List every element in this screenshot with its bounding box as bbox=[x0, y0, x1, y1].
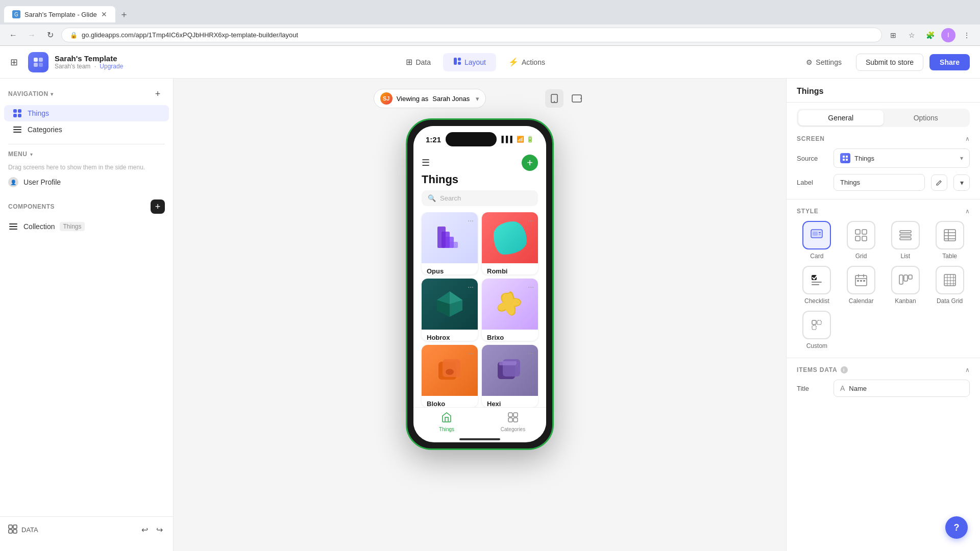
style-option-kanban[interactable]: Kanban bbox=[886, 266, 926, 305]
navigation-section-header: NAVIGATION ▾ + bbox=[0, 87, 173, 105]
apps-icon[interactable]: ⊞ bbox=[10, 57, 18, 68]
style-option-custom[interactable]: Custom bbox=[797, 311, 837, 349]
tab-options[interactable]: Options bbox=[884, 110, 969, 126]
device-toggle bbox=[545, 89, 586, 108]
card-info-hobrox: Hobrox Prisms bbox=[422, 330, 478, 341]
card-dots-opus[interactable]: ··· bbox=[468, 216, 474, 224]
card-info-hexi: Hexi bbox=[482, 396, 538, 407]
close-tab-btn[interactable]: ✕ bbox=[101, 10, 107, 18]
label-chevron-btn[interactable]: ▾ bbox=[953, 174, 970, 191]
svg-rect-30 bbox=[508, 418, 512, 422]
share-btn[interactable]: Share bbox=[929, 54, 970, 70]
items-data-section-header[interactable]: ITEMS DATA i ∧ bbox=[797, 366, 970, 373]
mobile-device-btn[interactable] bbox=[545, 89, 564, 108]
style-option-card[interactable]: Card bbox=[797, 221, 837, 260]
style-option-calendar[interactable]: Calendar bbox=[841, 266, 881, 305]
phone-search-bar[interactable]: 🔍 Search bbox=[422, 190, 538, 206]
add-component-btn[interactable]: + bbox=[151, 199, 165, 214]
help-btn[interactable]: ? bbox=[945, 516, 968, 539]
screen-section-header[interactable]: SCREEN ∧ bbox=[797, 135, 970, 142]
style-section-header[interactable]: STYLE ∧ bbox=[797, 208, 970, 215]
style-grid-row3: Custom bbox=[797, 311, 970, 349]
nav-item-categories[interactable]: Categories bbox=[4, 121, 169, 138]
phone-card-hobrox[interactable]: ··· Hobrox Prisms bbox=[422, 279, 478, 341]
title-field-value: Name bbox=[849, 385, 867, 392]
label-input[interactable]: Things bbox=[834, 174, 925, 191]
svg-point-24 bbox=[446, 369, 454, 375]
phone-nav-categories[interactable]: Categories bbox=[480, 408, 546, 436]
bookmark-icon[interactable]: ☆ bbox=[904, 28, 919, 42]
forward-btn[interactable]: → bbox=[24, 28, 39, 42]
app-name: Sarah's Template bbox=[55, 54, 123, 63]
style-grid-row1: Card Grid List bbox=[797, 221, 970, 260]
add-navigation-btn[interactable]: + bbox=[151, 87, 165, 101]
settings-btn[interactable]: ⚙ Settings bbox=[798, 54, 850, 70]
nav-layout-label: Layout bbox=[464, 58, 486, 66]
redo-btn[interactable]: ↪ bbox=[154, 523, 165, 537]
menu-icon[interactable]: ⋮ bbox=[960, 28, 974, 42]
viewer-select[interactable]: SJ Viewing as Sarah Jonas ▾ bbox=[374, 89, 486, 108]
tablet-device-btn[interactable] bbox=[568, 89, 586, 108]
app-wrapper: ⊞ Sarah's Template Sarah's team · Upgrad… bbox=[0, 46, 980, 551]
phone-home-indicator bbox=[459, 438, 500, 440]
screen-section-chevron: ∧ bbox=[965, 135, 970, 142]
nav-item-things[interactable]: Things bbox=[4, 105, 169, 121]
card-dots-brixo[interactable]: ··· bbox=[528, 283, 534, 291]
components-header: COMPONENTS + bbox=[4, 199, 169, 218]
phone-nav-things[interactable]: Things bbox=[413, 408, 480, 436]
nav-actions[interactable]: ⚡ Actions bbox=[498, 53, 555, 71]
card-dots-hobrox[interactable]: ··· bbox=[468, 283, 474, 291]
style-option-checklist[interactable]: Checklist bbox=[797, 266, 837, 305]
browser-toolbar: ← → ↻ 🔒 go.glideapps.com/app/1Tmp4IC6xPQ… bbox=[0, 24, 980, 46]
undo-btn[interactable]: ↩ bbox=[139, 523, 150, 537]
toolbar-icons: ⊞ ☆ 🧩 I ⋮ bbox=[886, 28, 974, 42]
svg-rect-4 bbox=[454, 58, 457, 65]
browser-tab-active[interactable]: G Sarah's Template - Glide ✕ bbox=[4, 6, 115, 22]
style-option-table[interactable]: Table bbox=[929, 221, 970, 260]
label-action-btn[interactable] bbox=[931, 174, 947, 191]
label-field-row: Label Things ▾ bbox=[797, 174, 970, 191]
phone-card-hexi[interactable]: ··· Hexi bbox=[482, 345, 538, 407]
phone-card-bloko[interactable]: ··· Bloko bbox=[422, 345, 478, 407]
nav-data[interactable]: ⊞ Data bbox=[396, 53, 441, 71]
card-dots-bloko[interactable]: ··· bbox=[468, 349, 474, 357]
svg-rect-74 bbox=[817, 320, 821, 324]
extension-icon[interactable]: 🧩 bbox=[923, 28, 937, 42]
style-option-grid[interactable]: Grid bbox=[841, 221, 881, 260]
card-name-hexi: Hexi bbox=[487, 400, 533, 407]
phone-card-opus[interactable]: ··· Opus Blocks bbox=[422, 212, 478, 274]
card-dots-rombi[interactable]: ··· bbox=[528, 216, 534, 224]
things-nav-icon bbox=[12, 109, 22, 117]
nav-layout[interactable]: Layout bbox=[443, 53, 496, 71]
card-info-opus: Opus Blocks bbox=[422, 263, 478, 274]
tab-general[interactable]: General bbox=[798, 110, 884, 126]
back-btn[interactable]: ← bbox=[6, 28, 20, 42]
style-kanban-icon bbox=[891, 266, 920, 294]
style-option-list[interactable]: List bbox=[886, 221, 926, 260]
source-select[interactable]: Things ▾ bbox=[834, 148, 970, 168]
svg-rect-46 bbox=[900, 234, 911, 236]
title-field-input[interactable]: A Name bbox=[834, 380, 970, 397]
collection-item[interactable]: Collection Things bbox=[4, 218, 169, 235]
phone-add-btn[interactable]: + bbox=[522, 155, 538, 171]
cast-icon[interactable]: ⊞ bbox=[886, 28, 900, 42]
submit-to-store-btn[interactable]: Submit to store bbox=[856, 54, 923, 71]
source-chevron-icon: ▾ bbox=[960, 155, 963, 162]
navigation-title[interactable]: NAVIGATION ▾ bbox=[8, 90, 53, 97]
phone-nav-things-icon bbox=[441, 412, 452, 425]
phone-menu-icon[interactable]: ☰ bbox=[422, 157, 430, 168]
user-profile-item[interactable]: 👤 User Profile bbox=[8, 173, 165, 191]
card-dots-hexi[interactable]: ··· bbox=[528, 349, 534, 357]
data-btn[interactable]: DATA bbox=[8, 524, 38, 535]
svg-rect-7 bbox=[9, 525, 12, 529]
new-tab-btn[interactable]: ＋ bbox=[115, 4, 133, 24]
phone-card-rombi[interactable]: ··· Rombi Clouds bbox=[482, 212, 538, 274]
address-bar[interactable]: 🔒 go.glideapps.com/app/1Tmp4IC6xPQJbHHRX… bbox=[61, 28, 882, 42]
profile-icon[interactable]: I bbox=[941, 28, 955, 42]
upgrade-link[interactable]: Upgrade bbox=[100, 63, 123, 70]
left-sidebar: NAVIGATION ▾ + Things bbox=[0, 79, 174, 551]
style-option-data-grid[interactable]: Data Grid bbox=[929, 266, 970, 305]
menu-chevron: ▾ bbox=[30, 152, 33, 157]
phone-card-brixo[interactable]: ··· Brixo Clouds bbox=[482, 279, 538, 341]
reload-btn[interactable]: ↻ bbox=[43, 28, 57, 42]
